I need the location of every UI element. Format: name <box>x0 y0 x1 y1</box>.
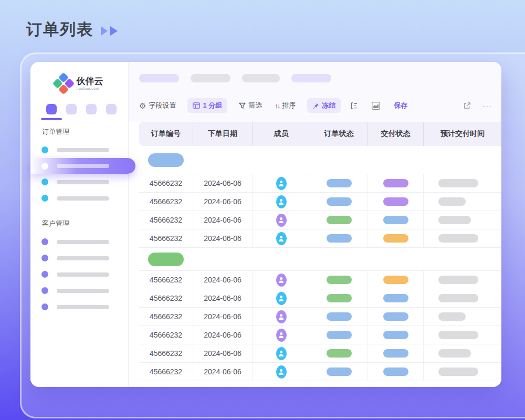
order-no-cell[interactable]: 45666232 <box>139 174 193 192</box>
field-settings-button[interactable]: ⚙ 字段设置 <box>139 101 176 110</box>
order-status-cell[interactable] <box>310 344 368 362</box>
member-cell[interactable] <box>252 229 310 247</box>
member-cell[interactable] <box>252 174 310 192</box>
delivery-status-cell[interactable] <box>368 326 423 344</box>
order-no-cell[interactable]: 45666232 <box>139 363 193 381</box>
sidebar-view-tab[interactable] <box>46 104 57 114</box>
brand-name: 伙伴云 <box>77 77 103 87</box>
view-tab-pill[interactable] <box>139 74 179 82</box>
order-date-cell[interactable]: 2024-06-06 <box>193 193 252 211</box>
sidebar-view-tabs <box>46 104 128 114</box>
freeze-button[interactable]: 冻结 <box>307 98 341 113</box>
view-tab-pill[interactable] <box>191 74 230 82</box>
order-date-cell[interactable]: 2024-06-06 <box>193 326 252 344</box>
group-header-row[interactable] <box>139 248 501 271</box>
order-status-cell[interactable] <box>310 271 368 289</box>
order-status-cell[interactable] <box>310 211 368 229</box>
order-date-cell[interactable]: 2024-06-06 <box>193 308 252 326</box>
order-status-cell[interactable] <box>310 326 368 344</box>
column-header[interactable]: 交付状态 <box>368 122 423 146</box>
order-no-cell[interactable]: 45666232 <box>139 308 193 326</box>
view-tab-pill[interactable] <box>291 74 331 82</box>
eta-cell[interactable] <box>423 363 501 381</box>
order-date-cell[interactable]: 2024-06-06 <box>193 271 252 289</box>
eta-cell[interactable] <box>423 271 501 289</box>
grouping-button[interactable]: 1 分组 <box>187 98 227 113</box>
chart-view-button[interactable] <box>372 102 380 110</box>
member-cell[interactable] <box>252 271 310 289</box>
order-no-cell[interactable]: 45666232 <box>139 193 193 211</box>
member-cell[interactable] <box>252 363 310 381</box>
sidebar-menu-item[interactable] <box>30 174 128 190</box>
order-no-cell[interactable]: 45666232 <box>139 326 193 344</box>
view-tab-pill[interactable] <box>242 74 280 82</box>
save-button[interactable]: 保存 <box>394 101 407 110</box>
sidebar-menu-item[interactable] <box>30 234 128 250</box>
sidebar-view-tab[interactable] <box>86 104 97 114</box>
member-cell[interactable] <box>252 308 310 326</box>
column-header[interactable]: 预计交付时间 <box>423 122 501 146</box>
column-header[interactable]: 订单状态 <box>310 122 368 146</box>
order-no-cell[interactable]: 45666232 <box>139 229 193 247</box>
delivery-status-cell[interactable] <box>368 193 423 211</box>
sidebar-menu-item[interactable] <box>30 266 128 282</box>
member-cell[interactable] <box>252 344 310 362</box>
table-row: 456662322024-06-06 <box>139 363 501 381</box>
sidebar-menu-item[interactable] <box>30 142 128 158</box>
delivery-status-cell[interactable] <box>368 344 423 362</box>
sidebar-menu-item[interactable] <box>30 250 128 266</box>
delivery-status-cell[interactable] <box>368 308 423 326</box>
order-status-cell[interactable] <box>310 193 368 211</box>
eta-cell[interactable] <box>423 174 501 192</box>
order-no-cell[interactable]: 45666232 <box>139 289 193 307</box>
order-date-cell[interactable]: 2024-06-06 <box>193 174 252 192</box>
column-header[interactable]: 下单日期 <box>193 122 252 146</box>
sidebar-menu-item[interactable] <box>30 158 135 174</box>
eta-cell[interactable] <box>423 211 501 229</box>
order-no-cell[interactable]: 45666232 <box>139 271 193 289</box>
share-button[interactable] <box>463 102 471 110</box>
sort-button[interactable]: ↑↓ 排序 <box>275 101 296 110</box>
sidebar-menu-item[interactable] <box>30 190 128 206</box>
order-date-cell[interactable]: 2024-06-06 <box>193 289 252 307</box>
order-status-cell[interactable] <box>310 363 368 381</box>
filter-button[interactable]: 筛选 <box>239 101 262 110</box>
order-date-cell[interactable]: 2024-06-06 <box>193 229 252 247</box>
eta-cell[interactable] <box>423 229 501 247</box>
delivery-status-cell[interactable] <box>368 271 423 289</box>
table-row: 456662322024-06-06 <box>139 344 501 363</box>
sidebar-view-tab[interactable] <box>106 104 117 114</box>
order-status-cell[interactable] <box>310 289 368 307</box>
group-header-row[interactable] <box>139 146 501 174</box>
eta-cell[interactable] <box>423 289 501 307</box>
member-cell[interactable] <box>252 193 310 211</box>
sidebar-view-tab[interactable] <box>66 104 77 114</box>
sidebar-menu-item[interactable] <box>30 282 128 299</box>
order-date-cell[interactable]: 2024-06-06 <box>193 344 252 362</box>
eta-cell[interactable] <box>423 344 501 362</box>
member-cell[interactable] <box>252 211 310 229</box>
order-status-cell[interactable] <box>310 174 368 192</box>
column-header[interactable]: 成员 <box>252 122 310 146</box>
sidebar-menu-item[interactable] <box>30 299 128 315</box>
order-date-cell[interactable]: 2024-06-06 <box>193 363 252 381</box>
order-date-cell[interactable]: 2024-06-06 <box>193 211 252 229</box>
order-no-cell[interactable]: 45666232 <box>139 211 193 229</box>
eta-cell[interactable] <box>423 308 501 326</box>
order-status-cell[interactable] <box>310 308 368 326</box>
more-button[interactable]: ··· <box>482 101 492 110</box>
delivery-status-cell[interactable] <box>368 229 423 247</box>
order-status-pill <box>327 368 352 376</box>
delivery-status-cell[interactable] <box>368 211 423 229</box>
row-height-button[interactable] <box>350 102 358 110</box>
order-status-cell[interactable] <box>310 229 368 247</box>
order-no-cell[interactable]: 45666232 <box>139 344 193 362</box>
eta-cell[interactable] <box>423 326 501 344</box>
delivery-status-cell[interactable] <box>368 289 423 307</box>
eta-cell[interactable] <box>423 193 501 211</box>
delivery-status-cell[interactable] <box>368 363 423 381</box>
member-cell[interactable] <box>252 326 310 344</box>
delivery-status-cell[interactable] <box>368 174 423 192</box>
member-cell[interactable] <box>252 289 310 307</box>
column-header[interactable]: 订单编号 <box>139 122 193 146</box>
